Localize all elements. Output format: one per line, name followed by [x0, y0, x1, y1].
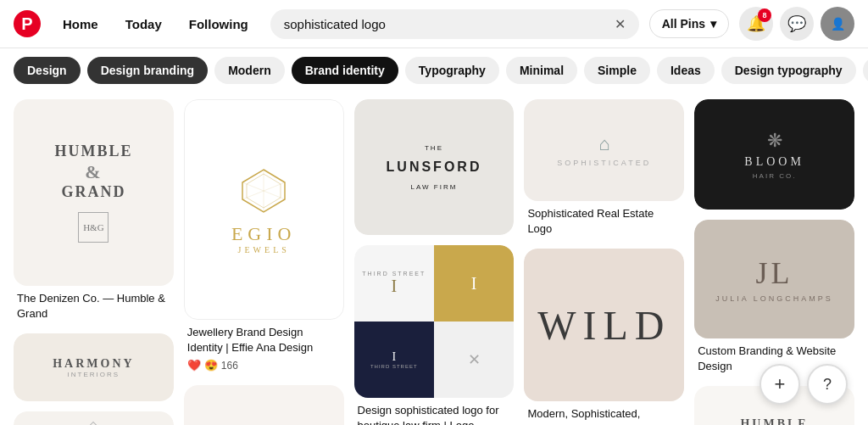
notification-badge: 8 [758, 8, 771, 22]
pin-humble-grand-1[interactable]: HUMBLE&GRAND H&G The Denizen Co. — Humbl… [14, 99, 174, 323]
chip-ideas[interactable]: Ideas [657, 57, 715, 84]
pin-caption-boutique: Design sophisticated logo for boutique l… [354, 398, 515, 425]
chip-design-typography[interactable]: Design typography [721, 57, 856, 84]
notification-button[interactable]: 🔔 8 [739, 7, 773, 41]
chat-button[interactable]: 💬 [780, 7, 814, 41]
pin-caption-sophisticated-re: Sophisticated Real Estate Logo [524, 201, 684, 238]
pin-sub-egio: ❤️ 😍 166 [184, 357, 344, 375]
pin-image-gi: G [184, 385, 344, 425]
pin-gi-logo[interactable]: G GI Logo Mark Icon [184, 385, 344, 425]
pin-image-harmony: HARMONY INTERIORS [14, 333, 174, 401]
search-clear-button[interactable]: ✕ [615, 16, 626, 32]
pin-image-bloom-dark: ❋ BLOOM HAIR CO. [694, 99, 854, 210]
pin-caption-egio: Jewellery Brand Design Identity | Effie … [184, 320, 344, 357]
chip-brand-identity[interactable]: Brand identity [292, 57, 398, 84]
pin-image-law-firm: THE LUNSFORD LAW FIRM [354, 99, 515, 235]
pin-image-sophisticated-re: ⌂ SOPHISTICATED [524, 99, 684, 201]
pin-bloom-dark[interactable]: ❋ BLOOM HAIR CO. [694, 99, 854, 210]
nav-home[interactable]: Home [51, 10, 110, 38]
search-bar: ✕ [270, 9, 639, 39]
pin-harmony[interactable]: HARMONY INTERIORS [14, 333, 174, 401]
chip-inspiration[interactable]: Inspiration [863, 57, 868, 84]
all-pins-label: All Pins [662, 17, 705, 31]
header-icons: 🔔 8 💬 👤 [739, 7, 854, 41]
pin-image-diamond [14, 411, 174, 425]
pin-diamond[interactable] [14, 411, 174, 425]
pin-image-wild: WILD [524, 249, 684, 401]
chip-typography[interactable]: Typography [405, 57, 499, 84]
chip-design[interactable]: Design [14, 57, 81, 84]
chip-minimal[interactable]: Minimal [506, 57, 577, 84]
pin-egio[interactable]: EGIO JEWELS Jewellery Brand Design Ident… [184, 99, 344, 375]
pin-wild[interactable]: WILD Modern, Sophisticated, Luxurious, P… [524, 249, 684, 425]
pinterest-logo[interactable]: P [14, 10, 41, 37]
nav-following[interactable]: Following [177, 10, 260, 38]
pin-image-humble-grand: HUMBLE&GRAND H&G [14, 99, 174, 286]
plus-fab-button[interactable]: + [760, 364, 800, 405]
pins-grid: HUMBLE&GRAND H&G The Denizen Co. — Humbl… [0, 92, 868, 425]
pin-caption: The Denizen Co. — Humble & Grand [14, 286, 174, 323]
chat-icon: 💬 [787, 14, 806, 33]
plus-icon: + [775, 373, 786, 395]
filter-bar: Design Design branding Modern Brand iden… [0, 48, 868, 92]
help-fab-button[interactable]: ? [807, 364, 848, 405]
pin-image-egio: EGIO JEWELS [184, 99, 344, 320]
logo-letter: P [21, 14, 32, 34]
chevron-down-icon: ▾ [710, 17, 716, 31]
nav-today[interactable]: Today [114, 10, 174, 38]
pin-julia[interactable]: JL JULIA LONGCHAMPS Custom Branding & We… [694, 220, 854, 376]
all-pins-button[interactable]: All Pins ▾ [649, 9, 729, 38]
pin-boutique-law[interactable]: THIRD STREET I I I THIRD STREET ✕ Design… [354, 245, 515, 425]
chip-design-branding[interactable]: Design branding [87, 57, 208, 84]
pin-image-boutique-law: THIRD STREET I I I THIRD STREET ✕ [354, 245, 515, 398]
pin-caption-wild: Modern, Sophisticated, Luxurious, Playfu… [524, 401, 684, 425]
chip-modern[interactable]: Modern [214, 57, 285, 84]
avatar[interactable]: 👤 [821, 7, 854, 41]
header: P Home Today Following ✕ All Pins ▾ 🔔 8 … [0, 0, 868, 48]
chip-simple[interactable]: Simple [584, 57, 650, 84]
pin-law-firm[interactable]: THE LUNSFORD LAW FIRM [354, 99, 515, 235]
search-input[interactable] [284, 17, 608, 31]
pin-image-julia: JL JULIA LONGCHAMPS [694, 220, 854, 338]
nav-links: Home Today Following [51, 10, 260, 38]
egio-gem-svg [238, 165, 289, 216]
question-icon: ? [823, 376, 832, 394]
pin-sophisticated-re[interactable]: ⌂ SOPHISTICATED Sophisticated Real Estat… [524, 99, 684, 238]
